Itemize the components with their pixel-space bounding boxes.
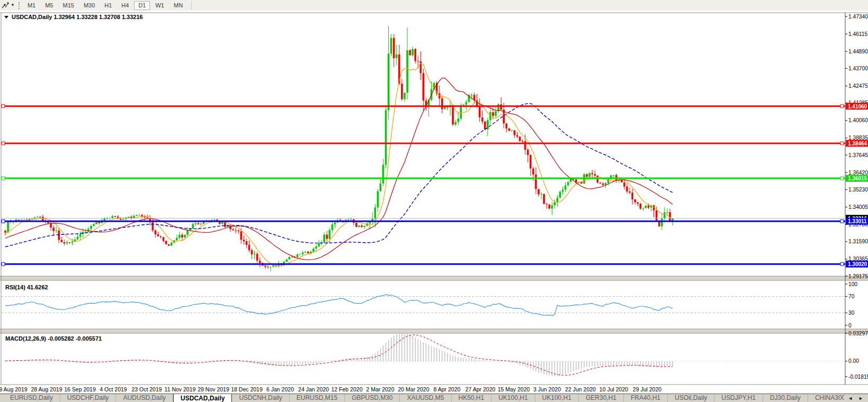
date-label: 20 Mar 2020	[398, 386, 429, 392]
date-label: 16 Sep 2019	[64, 386, 96, 392]
timeframe-buttons: M1M5M15M30H1H4D1W1MN	[23, 1, 187, 10]
level-price-text: 1.38464	[848, 141, 867, 147]
tab-usdjpy-h1[interactable]: USDJPY,H1	[714, 394, 763, 402]
level-handle[interactable]	[840, 142, 844, 145]
chart-title: USDCAD,Daily 1.32964 1.33228 1.32708 1.3…	[12, 14, 143, 20]
ma-line	[5, 104, 673, 247]
tab-fra40-h1[interactable]: FRA40,H1	[624, 394, 668, 402]
date-label: 3 Jun 2020	[533, 386, 561, 392]
price-tick: 1.29175	[848, 273, 868, 279]
date-label: 29 Nov 2019	[198, 386, 229, 392]
price-tick: 1.44890	[848, 49, 868, 54]
tab-hk50-h1[interactable]: HK50,H1	[452, 394, 492, 402]
chart-canvas[interactable]: 1.473401.461151.448901.437001.424751.412…	[0, 11, 868, 394]
date-label: 9 Aug 2019	[0, 386, 28, 392]
level-handle[interactable]	[840, 262, 844, 266]
price-tick: 1.42475	[848, 83, 868, 89]
chart-tabs: EURUSD,DailyUSDCHF,DailyAUDUSD,DailyUSDC…	[0, 394, 868, 402]
line-studies-button[interactable]: ▼	[0, 1, 17, 10]
tab-usoil-daily[interactable]: USOil,Daily	[668, 394, 714, 402]
tab-uk100-h1[interactable]: UK100,H1	[491, 394, 535, 402]
price-tick: 1.46115	[848, 31, 867, 37]
tab-audusd-daily[interactable]: AUDUSD,Daily	[116, 394, 173, 402]
tab-ger30-h1[interactable]: GER30,H1	[579, 394, 624, 402]
tab-xauusd-m5[interactable]: XAUUSD,M5	[400, 394, 451, 402]
tab-gbpusd-m30[interactable]: GBPUSD,M30	[345, 394, 400, 402]
date-label: 24 Jan 2020	[298, 386, 329, 392]
tab-uk100-h1[interactable]: UK100,H1	[535, 394, 579, 402]
level-handle[interactable]	[2, 262, 5, 266]
date-label: 22 Jun 2020	[565, 386, 596, 392]
tab-scroll-arrows: ◄ ►	[844, 394, 868, 402]
date-label: 28 Aug 2019	[31, 386, 62, 392]
line-studies-icon	[1, 1, 10, 10]
price-tick: 1.35230	[848, 187, 868, 193]
date-label: 8 Apr 2020	[434, 386, 461, 392]
date-label: 27 Apr 2020	[466, 386, 496, 392]
tab-scroll-left-icon[interactable]: ◄	[848, 396, 853, 401]
macd-tick: -0.018154	[848, 374, 868, 380]
level-price-text: 1.41060	[848, 104, 867, 109]
chevron-down-icon: ▼	[11, 1, 15, 10]
price-tick: 1.40060	[848, 117, 868, 123]
macd-tick: 0.00	[848, 358, 859, 364]
date-label: 12 Feb 2020	[332, 386, 363, 392]
date-label: 6 Jan 2020	[266, 386, 294, 392]
timeframe-button-d1[interactable]: D1	[134, 1, 150, 10]
chart-menu-arrow-icon[interactable]	[4, 16, 8, 19]
price-tick: 1.36420	[848, 170, 868, 176]
price-tick: 1.37645	[848, 152, 868, 158]
level-handle[interactable]	[840, 220, 844, 223]
level-handle[interactable]	[2, 220, 5, 223]
toolbar-separator	[191, 1, 192, 10]
level-price-text: 1.30020	[848, 261, 867, 267]
chart-tab-bar: EURUSD,DailyUSDCHF,DailyAUDUSD,DailyUSDC…	[0, 394, 868, 402]
timeframe-button-m5[interactable]: M5	[41, 1, 57, 10]
mt4-window: ▼ M1M5M15M30H1H4D1W1MN 1.473401.461151.4…	[0, 0, 868, 402]
tab-usdcnh-daily[interactable]: USDCNH,Daily	[232, 394, 289, 402]
rsi-tick: 30	[848, 310, 855, 316]
level-handle[interactable]	[840, 177, 844, 180]
level-price-text: 1.36015	[848, 176, 867, 181]
timeframe-button-m1[interactable]: M1	[23, 1, 40, 10]
macd-label: MACD(12,26,9) -0.005282 -0.005571	[5, 335, 102, 342]
rsi-line	[5, 295, 673, 316]
toolbar: ▼ M1M5M15M30H1H4D1W1MN	[0, 0, 868, 11]
timeframe-button-h4[interactable]: H4	[117, 1, 133, 10]
rsi-tick: 100	[848, 281, 857, 287]
timeframe-button-m15[interactable]: M15	[58, 1, 78, 10]
level-price-text: 1.33011	[848, 218, 867, 224]
timeframe-button-m30[interactable]: M30	[79, 1, 99, 10]
toolbar-grip[interactable]	[19, 2, 20, 9]
tab-eurusd-daily[interactable]: EURUSD,Daily	[3, 394, 60, 402]
tab-scroll-right-icon[interactable]: ►	[858, 396, 863, 401]
candles-series	[4, 38, 674, 268]
rsi-tick: 70	[848, 294, 855, 299]
price-tick: 1.34005	[848, 204, 868, 210]
tab-usdcad-daily[interactable]: USDCAD,Daily	[173, 394, 232, 402]
macd-signal-line	[5, 335, 673, 376]
tab-eurusd-m15[interactable]: EURUSD,M15	[290, 394, 345, 402]
rsi-tick: 0	[848, 323, 852, 328]
timeframe-button-w1[interactable]: W1	[151, 1, 168, 10]
level-handle[interactable]	[2, 105, 5, 108]
date-label: 15 May 2020	[498, 386, 530, 392]
chart-window: 1.473401.461151.448901.437001.424751.412…	[0, 11, 868, 394]
date-label: 29 Jul 2020	[633, 386, 661, 392]
level-handle[interactable]	[2, 177, 5, 180]
level-handle[interactable]	[2, 142, 5, 145]
ma-line	[5, 78, 673, 260]
date-label: 18 Dec 2019	[231, 386, 263, 392]
timeframe-button-h1[interactable]: H1	[100, 1, 116, 10]
date-label: 2 Mar 2020	[366, 386, 394, 392]
price-tick: 1.47340	[848, 14, 868, 20]
date-label: 10 Jul 2020	[599, 386, 628, 392]
price-tick: 1.43700	[848, 66, 868, 71]
tab-usdchf-daily[interactable]: USDCHF,Daily	[60, 394, 117, 402]
level-handle[interactable]	[840, 105, 844, 108]
date-label: 4 Oct 2019	[100, 386, 127, 392]
timeframe-button-mn[interactable]: MN	[169, 1, 187, 10]
macd-tick: 0.032972	[848, 331, 868, 336]
ma-line	[5, 63, 673, 266]
tab-dj30-daily[interactable]: DJ30,Daily	[763, 394, 808, 402]
